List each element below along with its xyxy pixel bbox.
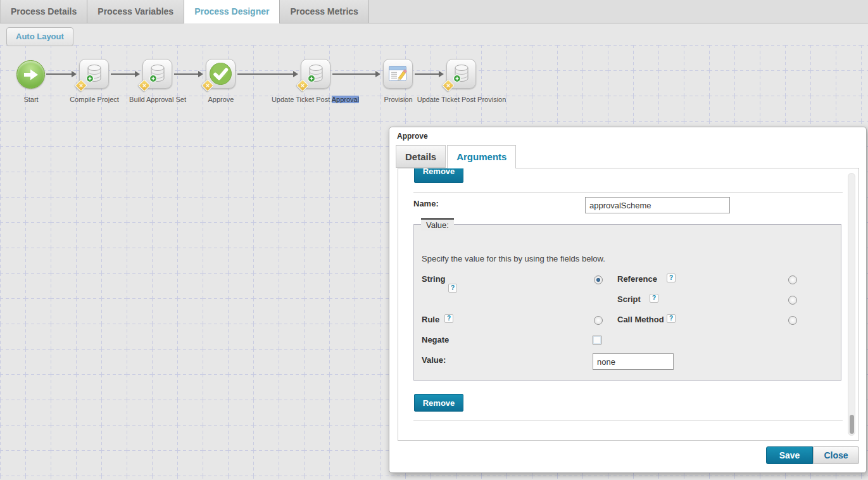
connector-arrow [415, 73, 439, 75]
value-group-legend: Value: [421, 218, 454, 231]
database-icon [149, 65, 167, 84]
value-group: Value: Specify the value for this by usi… [413, 224, 841, 381]
check-icon [209, 62, 232, 85]
option-call-method-label: Call Method [617, 315, 664, 324]
radio-rule[interactable] [594, 316, 603, 325]
node-approve[interactable] [206, 59, 236, 89]
arguments-panel: Remove Name: Value: Specify the value fo… [398, 168, 859, 441]
node-build-approval-set[interactable] [142, 59, 172, 89]
node-start[interactable] [16, 60, 45, 89]
connector-arrow [332, 73, 375, 75]
approve-dialog: Approve Details Arguments Remove Name: V… [389, 127, 867, 473]
node-label-approve: Approve [208, 96, 234, 103]
radio-reference[interactable] [788, 275, 797, 284]
negate-label: Negate [422, 335, 449, 344]
tab-process-variables[interactable]: Process Variables [87, 0, 184, 23]
checkbox-negate[interactable] [593, 336, 601, 344]
auto-layout-button[interactable]: Auto Layout [6, 27, 73, 46]
tab-details[interactable]: Details [396, 145, 446, 168]
tab-process-metrics[interactable]: Process Metrics [280, 0, 368, 23]
dialog-tabstrip: Details Arguments [396, 145, 517, 168]
arguments-scroll-area[interactable]: Remove Name: Value: Specify the value fo… [398, 168, 845, 440]
remove-argument-button-top[interactable]: Remove [414, 168, 463, 183]
node-provision[interactable] [383, 59, 413, 89]
value-input[interactable] [593, 353, 674, 370]
help-icon[interactable]: ? [444, 314, 453, 323]
database-icon [307, 65, 325, 84]
connector-arrow [237, 73, 293, 75]
process-tabstrip: Process Details Process Variables Proces… [0, 0, 868, 23]
connector-arrow [174, 73, 198, 75]
form-edit-icon [388, 65, 408, 83]
help-icon[interactable]: ? [667, 274, 676, 282]
name-input[interactable] [585, 197, 730, 213]
option-rule-label: Rule [422, 315, 439, 324]
node-label-build-approval-set: Build Approval Set [129, 96, 186, 103]
remove-argument-button-bottom[interactable]: Remove [414, 394, 463, 412]
divider [413, 420, 843, 420]
close-button[interactable]: Close [813, 446, 859, 464]
scrollbar-thumb[interactable] [850, 415, 854, 434]
help-icon[interactable]: ? [448, 284, 457, 293]
database-icon [85, 65, 103, 84]
node-update-ticket-post-approval[interactable] [301, 59, 330, 89]
value-instructions: Specify the value for this by using the … [422, 254, 605, 263]
database-icon [453, 65, 470, 84]
tab-arguments[interactable]: Arguments [447, 145, 516, 168]
node-label-update-ticket-post-approval[interactable]: Update Ticket Post Approval [272, 96, 359, 103]
connector-arrow [111, 73, 135, 75]
node-label-start: Start [23, 96, 38, 103]
dialog-title: Approve [397, 132, 428, 141]
vertical-scrollbar[interactable] [848, 173, 855, 436]
connector-arrow [46, 73, 72, 75]
node-label-compile-project: Compile Project [70, 96, 119, 103]
tab-process-details[interactable]: Process Details [0, 0, 87, 23]
node-label-provision: Provision [384, 96, 412, 103]
option-string-label: String [422, 274, 446, 284]
node-compile-project[interactable] [79, 59, 109, 89]
help-icon[interactable]: ? [650, 294, 658, 303]
option-script-label: Script [617, 294, 641, 304]
value-label: Value: [422, 355, 446, 365]
radio-string[interactable] [594, 275, 603, 284]
help-icon[interactable]: ? [667, 314, 676, 323]
node-update-ticket-post-provision[interactable] [446, 59, 476, 89]
dialog-footer: Save Close [766, 446, 859, 464]
tab-process-designer[interactable]: Process Designer [184, 0, 280, 23]
node-label-text: Update Ticket Post [272, 96, 332, 103]
option-reference-label: Reference [617, 274, 657, 284]
name-label: Name: [413, 199, 439, 208]
save-button[interactable]: Save [766, 446, 813, 464]
radio-script[interactable] [788, 296, 797, 305]
start-arrow-icon [23, 68, 39, 82]
selected-text: Approval [332, 96, 359, 103]
node-label-update-ticket-post-provision: Update Ticket Post Provision [417, 96, 506, 103]
radio-call-method[interactable] [788, 316, 797, 325]
divider [413, 192, 843, 193]
